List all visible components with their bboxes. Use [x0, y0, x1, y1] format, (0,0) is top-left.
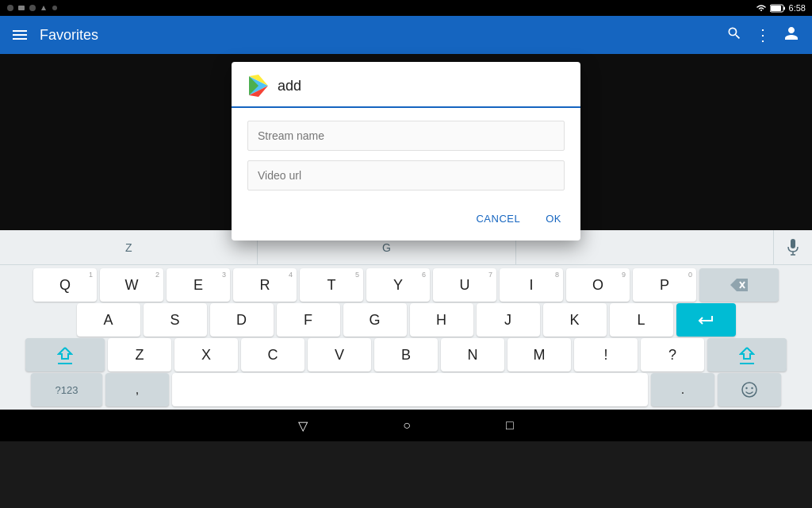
icon5	[51, 4, 59, 12]
svg-point-16	[742, 383, 756, 397]
key-e[interactable]: 3E	[167, 268, 230, 302]
key-p[interactable]: 0P	[633, 268, 696, 302]
suggestion-left[interactable]: Z	[0, 230, 258, 264]
svg-rect-11	[791, 239, 795, 248]
mic-button[interactable]	[774, 239, 812, 256]
key-row-1: 1Q 2W 3E 4R 5T 6Y 7U 8I 9O 0P	[2, 268, 810, 302]
backspace-button[interactable]	[699, 268, 779, 302]
more-button[interactable]: ⋮	[755, 25, 771, 44]
key-q[interactable]: 1Q	[33, 268, 97, 302]
svg-point-0	[7, 5, 13, 11]
key-w[interactable]: 2W	[100, 268, 163, 302]
space-key[interactable]	[172, 373, 648, 406]
shift-right-icon	[739, 346, 755, 360]
key-h[interactable]: H	[410, 303, 473, 337]
enter-button[interactable]	[676, 303, 736, 337]
icon2	[17, 4, 25, 12]
status-bar-right: 6:58	[756, 3, 806, 13]
account-icon	[783, 25, 799, 41]
key-o[interactable]: 9O	[566, 268, 630, 302]
ok-button[interactable]: OK	[536, 206, 571, 231]
enter-icon	[698, 313, 714, 327]
shift-left-icon	[57, 346, 73, 360]
numbers-button[interactable]: ?123	[31, 373, 102, 406]
shift-left-button[interactable]	[25, 338, 105, 371]
key-k[interactable]: K	[543, 303, 607, 337]
backspace-icon	[730, 279, 748, 291]
key-exclaim[interactable]: !	[574, 338, 638, 371]
key-t[interactable]: 5T	[300, 268, 363, 302]
svg-rect-1	[18, 6, 25, 10]
notification-icon	[6, 4, 14, 12]
recent-button[interactable]: □	[506, 418, 514, 433]
status-bar-left	[6, 4, 59, 12]
mic-icon	[787, 239, 799, 256]
home-button[interactable]: ○	[403, 418, 411, 433]
key-row-4: ?123 , .	[2, 373, 810, 406]
icon3	[29, 4, 36, 12]
app-bar-icons: ⋮	[726, 25, 799, 45]
search-icon	[726, 25, 742, 41]
key-m[interactable]: M	[508, 338, 571, 371]
key-z[interactable]: Z	[108, 338, 171, 371]
keyboard: 1Q 2W 3E 4R 5T 6Y 7U 8I 9O 0P A S D F	[0, 265, 812, 410]
dialog-header: add	[232, 62, 580, 108]
svg-rect-6	[783, 6, 785, 10]
period-key[interactable]: .	[651, 373, 714, 406]
key-question[interactable]: ?	[641, 338, 704, 371]
key-j[interactable]: J	[477, 303, 540, 337]
svg-rect-5	[771, 6, 781, 11]
key-i[interactable]: 8I	[500, 268, 563, 302]
key-r[interactable]: 4R	[233, 268, 297, 302]
nav-bar: ▽ ○ □	[0, 410, 812, 441]
search-button[interactable]	[726, 25, 742, 45]
key-v[interactable]: V	[308, 338, 371, 371]
dialog-body	[232, 108, 580, 203]
app-title: Favorites	[40, 27, 714, 44]
play-store-icon	[247, 75, 270, 97]
key-u[interactable]: 7U	[433, 268, 496, 302]
key-a[interactable]: A	[77, 303, 140, 337]
svg-point-18	[751, 387, 753, 389]
battery-icon	[770, 4, 786, 13]
wifi-icon	[756, 4, 767, 12]
svg-point-2	[29, 5, 36, 11]
key-f[interactable]: F	[277, 303, 340, 337]
key-row-2: A S D F G H J K L	[2, 303, 810, 337]
video-url-input[interactable]	[247, 160, 565, 190]
app-bar: Favorites ⋮	[0, 16, 812, 54]
key-c[interactable]: C	[241, 338, 304, 371]
emoji-icon	[741, 381, 758, 398]
key-l[interactable]: L	[610, 303, 673, 337]
account-button[interactable]	[783, 25, 799, 45]
key-g[interactable]: G	[343, 303, 407, 337]
comma-key[interactable]: ,	[105, 373, 169, 406]
keyboard-area: Z G 1Q 2W 3E 4R 5T 6Y 7U 8I 9O 0P	[0, 230, 812, 410]
emoji-button[interactable]	[718, 373, 781, 406]
key-x[interactable]: X	[174, 338, 238, 371]
time-display: 6:58	[789, 3, 806, 13]
key-y[interactable]: 6Y	[366, 268, 430, 302]
key-d[interactable]: D	[210, 303, 274, 337]
dialog-title: add	[278, 78, 301, 94]
shift-right-button[interactable]	[707, 338, 787, 371]
menu-button[interactable]	[13, 30, 27, 40]
cancel-button[interactable]: CANCEL	[466, 206, 530, 231]
svg-point-3	[52, 6, 57, 10]
icon4	[40, 4, 48, 12]
status-bar: 6:58	[0, 0, 812, 16]
key-n[interactable]: N	[441, 338, 504, 371]
stream-name-input[interactable]	[247, 121, 565, 151]
main-content: add CANCEL OK	[0, 54, 812, 230]
back-button[interactable]: ▽	[298, 418, 308, 433]
dialog: add CANCEL OK	[232, 62, 580, 241]
dialog-actions: CANCEL OK	[232, 203, 580, 241]
svg-point-17	[745, 387, 747, 389]
key-row-3: Z X C V B N M ! ?	[2, 338, 810, 371]
key-b[interactable]: B	[374, 338, 438, 371]
key-s[interactable]: S	[144, 303, 207, 337]
